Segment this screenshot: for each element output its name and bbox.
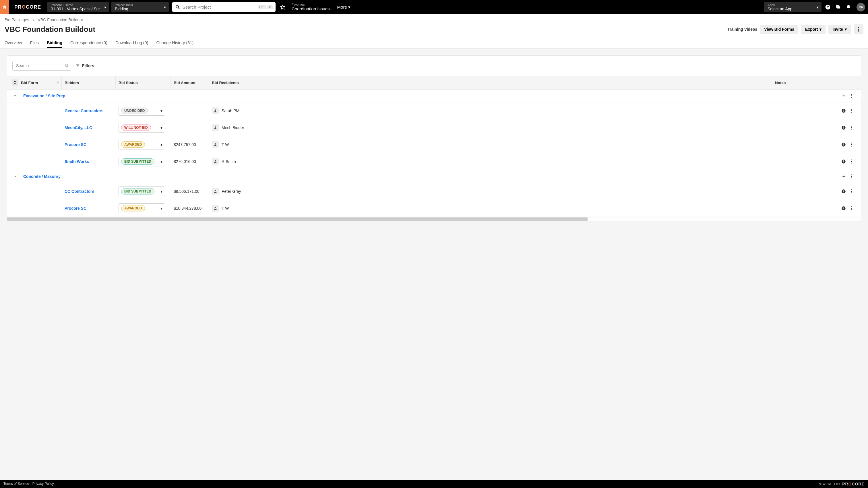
user-avatar[interactable]: TW xyxy=(857,3,865,11)
info-button[interactable] xyxy=(841,142,846,147)
group-name-link[interactable]: Excavation / Site Prep xyxy=(23,90,816,102)
bid-status-dropdown[interactable]: BID SUBMITTED▾ xyxy=(119,157,165,166)
global-search[interactable]: Ctrl K xyxy=(172,2,276,12)
svg-point-7 xyxy=(858,27,859,28)
person-icon xyxy=(212,124,219,131)
apps-label: Apps xyxy=(768,3,818,7)
bid-status-dropdown[interactable]: AWARDED▾ xyxy=(119,203,165,213)
bid-row: Procore SCAWARDED▾$10,844,278.00T W xyxy=(7,200,861,217)
view-bid-forms-button[interactable]: View Bid Forms xyxy=(760,25,798,34)
bid-status-dropdown[interactable]: WILL NOT BID▾ xyxy=(119,123,165,133)
svg-point-58 xyxy=(851,176,852,177)
bidder-link[interactable]: Smith Works xyxy=(65,159,89,164)
bid-row: General ContractorsUNDECIDED▾Sarah PM xyxy=(7,102,861,119)
project-selector[interactable]: Procore - Demo 01-001 - Vortex Special S… xyxy=(48,2,109,12)
bid-row: CC ContractorsBID SUBMITTED▾$9,506,171.0… xyxy=(7,183,861,200)
feedback-button[interactable] xyxy=(833,0,843,14)
caret-down-icon: ▾ xyxy=(160,159,162,164)
breadcrumb-current: VBC Foundation Buildout xyxy=(38,18,83,22)
svg-point-40 xyxy=(215,143,216,144)
group-menu-button[interactable] xyxy=(851,94,852,98)
col-bidders: Bidders xyxy=(62,76,116,89)
info-button[interactable] xyxy=(841,159,846,164)
invite-button[interactable]: Invite ▾ xyxy=(828,25,851,34)
collapse-icon[interactable] xyxy=(12,79,18,86)
bidder-link[interactable]: General Contractors xyxy=(65,108,103,113)
bid-status-dropdown[interactable]: AWARDED▾ xyxy=(119,140,165,150)
svg-point-73 xyxy=(851,209,852,210)
status-pill: BID SUBMITTED xyxy=(121,158,154,165)
table-search-input[interactable] xyxy=(12,61,71,71)
row-menu-button[interactable] xyxy=(851,142,852,147)
help-button[interactable]: ? xyxy=(823,0,833,14)
breadcrumb-root[interactable]: Bid Packages xyxy=(5,18,29,22)
add-bidder-button[interactable] xyxy=(842,174,846,178)
svg-point-18 xyxy=(58,82,59,83)
filters-button[interactable]: Filters xyxy=(76,63,94,68)
info-button[interactable] xyxy=(841,189,846,194)
bidder-link[interactable]: Procore SC xyxy=(65,142,86,147)
tab-files[interactable]: Files xyxy=(30,38,39,48)
project-tools-selector[interactable]: Project Tools Bidding ▾ xyxy=(112,2,169,12)
more-menu[interactable]: More ▾ xyxy=(334,0,354,14)
svg-point-47 xyxy=(215,160,216,162)
project-selector-value: 01-001 - Vortex Special Surg… xyxy=(51,7,105,11)
training-videos-link[interactable]: Training Videos xyxy=(727,27,757,32)
row-menu-button[interactable] xyxy=(851,126,852,130)
info-button[interactable] xyxy=(841,125,846,130)
tab-bidding[interactable]: Bidding xyxy=(47,38,62,48)
svg-point-30 xyxy=(851,109,852,109)
global-search-input[interactable] xyxy=(180,5,257,9)
chevron-right-icon xyxy=(32,19,35,21)
more-actions-button[interactable] xyxy=(854,24,863,34)
info-button[interactable] xyxy=(841,206,846,210)
filters-label: Filters xyxy=(82,63,94,68)
svg-marker-54 xyxy=(14,176,17,177)
svg-point-36 xyxy=(843,127,844,127)
bid-status-dropdown[interactable]: BID SUBMITTED▾ xyxy=(119,187,165,196)
home-button[interactable] xyxy=(0,0,9,14)
svg-point-39 xyxy=(851,129,852,130)
procore-logo: PROCORE xyxy=(9,0,46,14)
tab-correspondence-[interactable]: Correspondence (0) xyxy=(70,38,107,48)
col-recipients: Bid Recipients xyxy=(209,76,772,89)
apps-selector[interactable]: Apps Select an App ▾ xyxy=(764,2,822,12)
status-pill: AWARDED xyxy=(121,205,145,212)
tab-download-log-[interactable]: Download Log (0) xyxy=(115,38,148,48)
bid-status-dropdown[interactable]: UNDECIDED▾ xyxy=(119,106,165,116)
add-bidder-button[interactable] xyxy=(842,94,846,98)
recipient: R Smith xyxy=(212,158,236,165)
notifications-button[interactable] xyxy=(843,0,854,14)
person-icon xyxy=(212,107,219,114)
svg-point-26 xyxy=(215,109,216,111)
export-button[interactable]: Export ▾ xyxy=(801,25,826,34)
col-menu-button[interactable] xyxy=(57,80,59,85)
favorites-dropdown[interactable]: Favorites Coordination Issues xyxy=(288,0,334,14)
group-toggle[interactable] xyxy=(7,94,23,97)
chat-icon xyxy=(835,4,841,10)
horizontal-scrollbar[interactable] xyxy=(7,217,861,221)
group-name-link[interactable]: Concrete / Masonry xyxy=(23,170,816,183)
bid-row: MechCity, LLCWILL NOT BID▾Mech Bidder xyxy=(7,119,861,136)
row-menu-button[interactable] xyxy=(851,206,852,210)
svg-point-9 xyxy=(858,30,859,32)
bidder-link[interactable]: CC Contractors xyxy=(65,189,94,194)
row-menu-button[interactable] xyxy=(851,189,852,193)
status-pill: BID SUBMITTED xyxy=(121,188,154,195)
row-menu-button[interactable] xyxy=(851,109,852,113)
tab-change-history-[interactable]: Change History (31) xyxy=(156,38,193,48)
tab-overview[interactable]: Overview xyxy=(5,38,22,48)
row-menu-button[interactable] xyxy=(851,160,852,164)
svg-point-71 xyxy=(851,206,852,207)
person-icon xyxy=(212,141,219,148)
group-menu-button[interactable] xyxy=(851,174,852,178)
page-actions: Training Videos View Bid Forms Export ▾ … xyxy=(727,24,863,34)
bidder-link[interactable]: Procore SC xyxy=(65,206,86,210)
svg-point-50 xyxy=(843,160,844,161)
bidder-link[interactable]: MechCity, LLC xyxy=(65,125,92,130)
more-label: More xyxy=(337,5,347,9)
favorite-star[interactable] xyxy=(278,0,288,14)
group-toggle[interactable] xyxy=(7,175,23,178)
scrollbar-thumb[interactable] xyxy=(7,218,588,221)
info-button[interactable] xyxy=(841,108,846,113)
